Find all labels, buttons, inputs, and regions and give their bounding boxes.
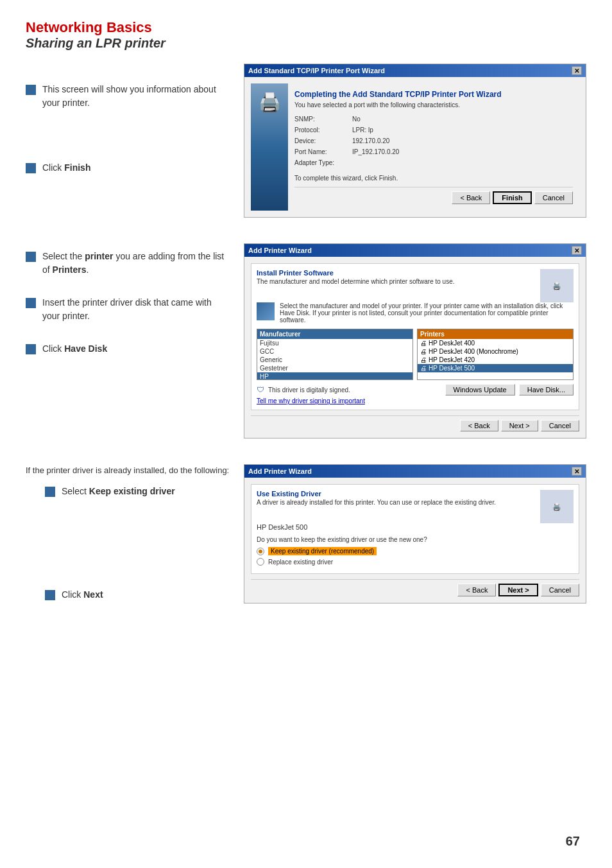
printers-list[interactable]: Printers 🖨 HP DeskJet 400 🖨 HP DeskJet 4… xyxy=(417,329,574,380)
page-number: 67 xyxy=(566,834,580,849)
printer-dj500[interactable]: 🖨 HP DeskJet 500 xyxy=(418,364,573,372)
window-title-1: Add Standard TCP/IP Printer Port Wizard xyxy=(248,67,385,74)
existing-printer-name: HP DeskJet 500 xyxy=(257,523,574,531)
back-button-2[interactable]: < Back xyxy=(460,420,498,431)
window-printer-wizard: Add Printer Wizard ✕ Install Printer Sof… xyxy=(244,243,586,438)
instruction-block-3: Select the printer you are adding from t… xyxy=(26,250,231,277)
instruction-block-6: Select Keep existing driver xyxy=(45,485,231,498)
existing-subtitle: A driver is already installed for this p… xyxy=(257,499,535,506)
top-left: This screen will show you information ab… xyxy=(26,64,244,230)
bullet-3 xyxy=(26,252,36,262)
printer-dj400mono[interactable]: 🖨 HP DeskJet 400 (Monochrome) xyxy=(418,347,573,356)
mfr-hp[interactable]: HP xyxy=(257,372,412,380)
cancel-button-1[interactable]: Cancel xyxy=(534,191,573,204)
close-button-3[interactable]: ✕ xyxy=(572,467,582,476)
close-button-1[interactable]: ✕ xyxy=(572,66,582,75)
cancel-button-2[interactable]: Cancel xyxy=(541,420,579,431)
cancel-button-3[interactable]: Cancel xyxy=(541,584,579,596)
wizard-buttons-1: < Back Finish Cancel xyxy=(294,187,573,204)
printers-header: Printers xyxy=(418,329,573,339)
have-disk-button[interactable]: Have Disk... xyxy=(519,384,574,395)
window-body-2: Install Printer Software The manufacture… xyxy=(244,257,586,438)
close-button-2[interactable]: ✕ xyxy=(572,246,582,255)
instruction-block-2: Click Finish xyxy=(26,161,231,175)
printer-icon-1: 🖨 xyxy=(420,340,427,347)
printer-dj400[interactable]: 🖨 HP DeskJet 400 xyxy=(418,339,573,347)
mfr-gestetner[interactable]: Gestetner xyxy=(257,364,412,372)
manufacturer-list[interactable]: Manufacturer Fujitsu GCC Generic Gestetn… xyxy=(257,329,413,380)
radio-keep[interactable]: Keep existing driver (recommended) xyxy=(257,547,574,555)
window-titlebar-1: Add Standard TCP/IP Printer Port Wizard … xyxy=(244,64,586,77)
instruction-block-7: Click Next xyxy=(45,588,231,602)
window-title-2: Add Printer Wizard xyxy=(248,247,312,254)
instruction-text-7: Click Next xyxy=(62,588,103,602)
printer-icon-4: 🖨 xyxy=(420,365,427,372)
mfr-fujitsu[interactable]: Fujitsu xyxy=(257,339,412,347)
driver-link[interactable]: Tell me why driver signing is important xyxy=(257,397,574,404)
page-container: Networking Basics Sharing an LPR printer… xyxy=(0,0,612,868)
printer-dj420[interactable]: 🖨 HP DeskJet 420 xyxy=(418,356,573,364)
instruction-text-1: This screen will show you information ab… xyxy=(42,83,231,110)
detail-adapter: Adapter Type: xyxy=(294,157,573,168)
mid-section: Select the printer you are adding from t… xyxy=(26,243,586,451)
bullet-5 xyxy=(26,344,36,354)
mid-right: Add Printer Wizard ✕ Install Printer Sof… xyxy=(244,243,586,451)
detail-portname: Port Name: IP_192.170.0.20 xyxy=(294,146,573,157)
wizard-subheading-1: You have selected a port with the follow… xyxy=(294,101,573,108)
page-title-main: Networking Basics xyxy=(26,19,586,36)
wizard-footer-text: To complete this wizard, click Finish. xyxy=(294,175,573,182)
wizard-printer-icon-3: 🖨️ xyxy=(552,503,561,511)
mfr-generic[interactable]: Generic xyxy=(257,356,412,364)
bullet-2 xyxy=(26,163,36,173)
completion-main: Completing the Add Standard TCP/IP Print… xyxy=(288,83,579,211)
bot-left: If the printer driver is already install… xyxy=(26,464,244,616)
if-installed-text: If the printer driver is already install… xyxy=(26,464,231,477)
mfr-gcc[interactable]: GCC xyxy=(257,347,412,356)
printer-wizard-note: Select the manufacturer and model of you… xyxy=(257,302,574,324)
radio-replace[interactable]: Replace existing driver xyxy=(257,558,574,566)
instruction-text-4: Insert the printer driver disk that came… xyxy=(42,296,231,323)
printer-wizard-subtitle: The manufacturer and model determine whi… xyxy=(257,278,535,285)
instruction-text-2: Click Finish xyxy=(42,161,90,175)
titlebar-buttons-2: ✕ xyxy=(572,246,582,255)
bullet-4 xyxy=(26,298,36,308)
window-body-3: Use Existing Driver A driver is already … xyxy=(244,478,586,603)
back-button-1[interactable]: < Back xyxy=(452,191,490,204)
titlebar-buttons-3: ✕ xyxy=(572,467,582,476)
instruction-text-5: Click Have Disk xyxy=(42,342,107,356)
wizard-details: SNMP: No Protocol: LPR: lp Device: 192.1… xyxy=(294,114,573,168)
printer-icon-3: 🖨 xyxy=(420,356,427,363)
printer-book-icon: 🖨️ xyxy=(259,92,281,113)
windows-update-button[interactable]: Windows Update xyxy=(445,384,515,395)
radio-keep-input[interactable] xyxy=(257,548,264,555)
page-title-sub: Sharing an LPR printer xyxy=(26,36,586,51)
note-text: Select the manufacturer and model of you… xyxy=(280,302,574,324)
driver-signed-text: This driver is digitally signed. xyxy=(268,386,350,394)
back-button-3[interactable]: < Back xyxy=(457,584,496,596)
printer-wizard-title: Install Printer Software xyxy=(257,269,535,277)
top-section: This screen will show you information ab… xyxy=(26,64,586,230)
window-title-3: Add Printer Wizard xyxy=(248,467,312,475)
window-titlebar-3: Add Printer Wizard ✕ xyxy=(244,465,586,478)
bullet-6 xyxy=(45,487,55,497)
printer-icon-2: 🖨 xyxy=(420,348,427,355)
radio-keep-label: Keep existing driver (recommended) xyxy=(268,547,377,555)
window-titlebar-2: Add Printer Wizard ✕ xyxy=(244,244,586,257)
finish-button[interactable]: Finish xyxy=(493,191,531,204)
printer-wizard-inner: Install Printer Software The manufacture… xyxy=(251,263,579,410)
mid-left: Select the printer you are adding from t… xyxy=(26,243,244,451)
detail-protocol: Protocol: LPR: lp xyxy=(294,125,573,135)
instruction-block-4: Insert the printer driver disk that came… xyxy=(26,296,231,323)
radio-replace-input[interactable] xyxy=(257,558,264,566)
wizard-buttons-2: < Back Next > Cancel xyxy=(251,415,579,431)
instruction-block-5: Click Have Disk xyxy=(26,342,231,356)
full-body-1: 🖨️ Completing the Add Standard TCP/IP Pr… xyxy=(251,83,579,211)
bot-right: Add Printer Wizard ✕ Use Existing Driver… xyxy=(244,464,586,616)
manufacturer-header: Manufacturer xyxy=(257,329,412,339)
wizard-printer-icon: 🖨️ xyxy=(552,282,561,290)
indented-instructions-2: Click Next xyxy=(26,588,231,602)
next-button-3[interactable]: Next > xyxy=(498,584,538,596)
next-button-2[interactable]: Next > xyxy=(501,420,538,431)
existing-title: Use Existing Driver xyxy=(257,490,535,498)
printer-list-area: Manufacturer Fujitsu GCC Generic Gestetn… xyxy=(257,329,574,380)
